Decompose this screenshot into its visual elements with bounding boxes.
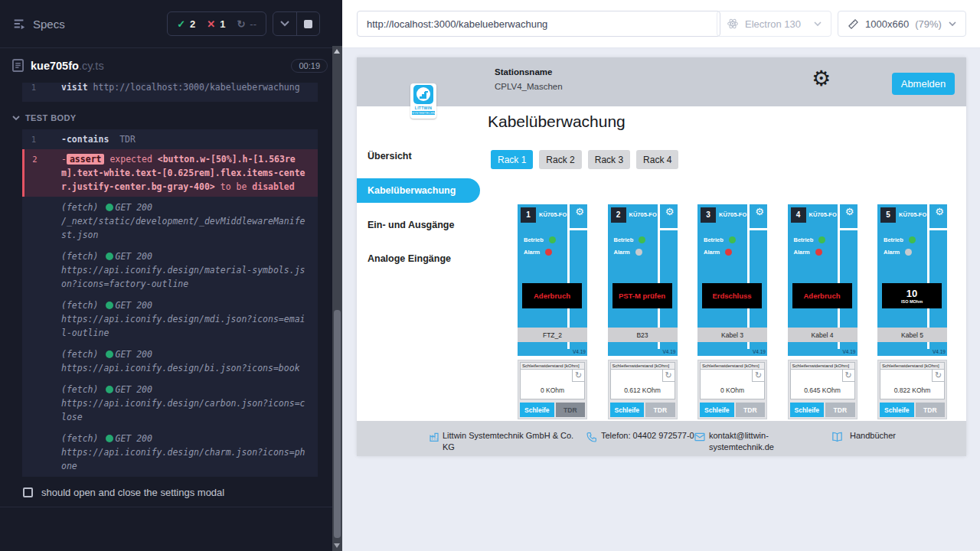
visit-url: http://localhost:3000/kabelueberwachung — [93, 83, 300, 93]
electron-icon — [727, 18, 739, 30]
betrieb-led — [818, 236, 825, 243]
tab-rack-2[interactable]: Rack 2 — [539, 150, 581, 169]
loop-resistance-panel: Schleifenwiderstand [kOhm] ↻ 0.612 KOhm … — [608, 360, 678, 419]
tdr-button[interactable]: TDR — [645, 403, 675, 417]
test-stats: ✓2 ✕1 ↻-- — [167, 11, 266, 36]
page-title: Kabelüberwachung — [488, 112, 626, 131]
status-dot — [106, 302, 113, 309]
network-log-entry[interactable]: (fetch)GET 200 https://api.iconify.desig… — [22, 379, 318, 428]
spec-file-row[interactable]: kue705fo.cy.ts 00:19 — [0, 48, 342, 83]
status-box: Aderbruch — [522, 283, 582, 308]
spec-name: kue705fo — [31, 60, 79, 72]
card-model: KÜ705-FO — [539, 211, 567, 218]
card-gear-icon[interactable]: ⚙ — [845, 207, 854, 217]
resistance-value: 0.822 KOhm — [880, 386, 944, 394]
reporter-header: Specs ✓2 ✕1 ↻-- — [0, 0, 342, 47]
scroll-up-arrow[interactable] — [334, 49, 340, 54]
resistance-label: Schleifenwiderstand [kOhm] — [790, 362, 855, 370]
network-log-entry[interactable]: (fetch)GET 200 https://api.iconify.desig… — [22, 246, 318, 295]
pending-test[interactable]: should open and close the settings modal — [0, 487, 342, 498]
reporter-scrollbar[interactable] — [332, 46, 342, 551]
resistance-box: ↻ 0.645 KOhm — [790, 370, 855, 399]
sidebar-item-kabelueberwachung[interactable]: Kabelüberwachung — [357, 178, 480, 203]
status-dot — [106, 204, 113, 211]
sidebar-item-analoge-eingaenge[interactable]: Analoge Eingänge — [368, 253, 451, 264]
card-gear-icon[interactable]: ⚙ — [935, 207, 944, 217]
station-info: Stationsname CPLV4_Maschen — [495, 67, 563, 91]
network-log-entry[interactable]: (fetch)GET 200 /_next/static/development… — [22, 197, 318, 246]
url-input[interactable] — [357, 11, 720, 37]
card-model: KÜ705-FO — [719, 211, 746, 218]
resistance-box: ↻ 0 KOhm — [520, 370, 585, 399]
spec-duration-badge: 00:19 — [291, 59, 328, 73]
sidebar-item-uebersicht[interactable]: Übersicht — [368, 151, 412, 161]
card-gear-icon[interactable]: ⚙ — [575, 207, 584, 217]
schleife-button[interactable]: Schleife — [880, 403, 914, 417]
alarm-led — [635, 249, 642, 256]
contains-command[interactable]: 1 -contains TDR — [22, 129, 318, 149]
settings-gear-icon[interactable]: ⚙ — [812, 68, 831, 90]
tab-rack-4[interactable]: Rack 4 — [636, 150, 678, 169]
card-number: 4 — [791, 207, 806, 223]
card-gear-icon[interactable]: ⚙ — [755, 207, 764, 217]
visit-command: visit — [61, 83, 88, 93]
sidebar-item-ein-und-ausgaenge[interactable]: Ein- und Ausgänge — [368, 220, 454, 230]
viewport-select[interactable]: 1000x660 (79%) — [838, 11, 966, 37]
resistance-label: Schleifenwiderstand [kOhm] — [880, 362, 945, 370]
tdr-button[interactable]: TDR — [916, 403, 945, 417]
network-log-entry[interactable]: (fetch)GET 200 https://api.iconify.desig… — [22, 295, 318, 344]
tdr-button[interactable]: TDR — [556, 403, 585, 417]
app-under-test: LITTWIN SYSTEMTECHNIK Stationsname CPLV4… — [357, 57, 966, 456]
collapse-button[interactable] — [273, 12, 296, 35]
factory-icon — [429, 431, 441, 443]
visit-command-block[interactable]: 1 visit http://localhost:3000/kabelueber… — [22, 83, 318, 102]
firmware-version: V4.19 — [843, 349, 856, 354]
refresh-icon[interactable]: ↻ — [842, 370, 854, 382]
pending-test-icon — [23, 487, 33, 497]
status-box: Erdschluss — [702, 283, 762, 308]
scroll-down-arrow[interactable] — [334, 543, 340, 548]
tdr-button[interactable]: TDR — [825, 403, 854, 417]
tab-rack-3[interactable]: Rack 3 — [588, 150, 630, 169]
firmware-version: V4.19 — [753, 349, 766, 354]
refresh-icon[interactable]: ↻ — [572, 370, 584, 382]
app-header: LITTWIN SYSTEMTECHNIK Stationsname CPLV4… — [357, 57, 966, 106]
browser-select[interactable]: Electron 130 — [717, 11, 831, 37]
company-name: Littwin Systemtechnik GmbH & Co. KG — [443, 430, 579, 453]
rack-tabs: Rack 1 Rack 2 Rack 3 Rack 4 — [491, 150, 678, 169]
resistance-value: 0 KOhm — [701, 386, 764, 394]
refresh-icon[interactable]: ↻ — [932, 370, 944, 382]
test-body-section[interactable]: TEST BODY — [12, 109, 342, 127]
firmware-version: V4.19 — [573, 349, 586, 354]
schleife-button[interactable]: Schleife — [520, 403, 554, 417]
alarm-led — [815, 249, 822, 256]
scrollbar-thumb[interactable] — [334, 310, 341, 538]
network-log-entry[interactable]: (fetch)GET 200 https://api.iconify.desig… — [22, 428, 318, 477]
card-gear-icon[interactable]: ⚙ — [665, 207, 675, 217]
station-value: CPLV4_Maschen — [495, 82, 563, 91]
manuals-link[interactable]: Handbücher — [850, 430, 896, 442]
chevron-down-icon — [949, 21, 956, 27]
assert-command[interactable]: 2 -assert expected <button.w-[50%].h-[1.… — [22, 149, 318, 197]
schleife-button[interactable]: Schleife — [700, 403, 734, 417]
specs-menu-button[interactable]: Specs — [12, 17, 65, 31]
firmware-version: V4.19 — [663, 349, 676, 354]
status-dot — [106, 350, 113, 358]
app-sidebar: Übersicht Kabelüberwachung Ein- und Ausg… — [357, 106, 482, 456]
schleife-button[interactable]: Schleife — [610, 403, 645, 417]
refresh-icon[interactable]: ↻ — [752, 370, 764, 382]
alarm-led — [545, 249, 552, 256]
logout-button[interactable]: Abmelden — [892, 73, 955, 95]
command-log: 1 visit http://localhost:3000/kabelueber… — [0, 83, 342, 507]
network-log-entry[interactable]: (fetch)GET 200 https://api.iconify.desig… — [22, 344, 318, 379]
tab-rack-1[interactable]: Rack 1 — [491, 150, 533, 169]
device-card: 2 KÜ705-FO ⚙ Betrieb Alarm PST-M prüfen … — [608, 204, 678, 421]
device-cards: 1 KÜ705-FO ⚙ Betrieb Alarm Aderbruch FTZ… — [518, 204, 947, 421]
status-box: Aderbruch — [792, 283, 852, 308]
tdr-button[interactable]: TDR — [736, 403, 765, 417]
refresh-icon[interactable]: ↻ — [662, 370, 675, 382]
resistance-label: Schleifenwiderstand [kOhm] — [610, 362, 675, 370]
stop-button[interactable] — [296, 12, 319, 35]
schleife-button[interactable]: Schleife — [790, 403, 825, 417]
betrieb-led — [639, 236, 645, 243]
